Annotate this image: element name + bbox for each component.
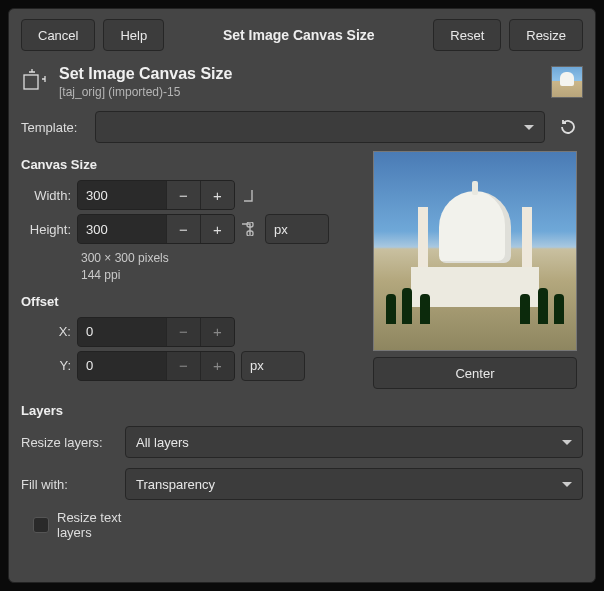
offset-x-label: X: [21, 324, 77, 339]
canvas-dims-text: 300 × 300 pixels [81, 250, 359, 267]
header-title: Set Image Canvas Size [59, 65, 541, 83]
chevron-down-icon [562, 440, 572, 445]
template-row: Template: [21, 111, 583, 143]
reload-icon [559, 118, 577, 136]
offset-x-input[interactable] [78, 318, 166, 346]
help-button[interactable]: Help [103, 19, 164, 51]
template-reset-button[interactable] [553, 112, 583, 142]
resize-text-layers-label: Resize text layers [57, 510, 153, 540]
fill-with-label: Fill with: [21, 477, 117, 492]
header-text: Set Image Canvas Size [taj_orig] (import… [59, 65, 541, 99]
dialog-window: Cancel Help Set Image Canvas Size Reset … [8, 8, 596, 583]
offset-x-increment-button[interactable]: + [200, 318, 234, 346]
height-input[interactable] [78, 215, 166, 243]
offset-section-title: Offset [21, 294, 359, 309]
offset-y-decrement-button[interactable]: − [166, 352, 200, 380]
height-row: Height: − + px [21, 214, 359, 244]
reset-button[interactable]: Reset [433, 19, 501, 51]
offset-y-spinner: − + [77, 351, 235, 381]
offset-y-increment-button[interactable]: + [200, 352, 234, 380]
image-thumbnail-small [551, 66, 583, 98]
canvas-resize-icon [21, 68, 49, 96]
offset-unit-value: px [250, 358, 264, 373]
preview-detail [420, 294, 430, 324]
canvas-preview[interactable] [373, 151, 577, 351]
preview-detail [520, 294, 530, 324]
preview-detail [554, 294, 564, 324]
dialog-title: Set Image Canvas Size [172, 27, 425, 43]
height-label: Height: [21, 222, 77, 237]
width-row: Width: − + [21, 180, 359, 210]
width-increment-button[interactable]: + [200, 181, 234, 209]
template-dropdown[interactable] [95, 111, 545, 143]
resize-text-layers-checkbox[interactable] [33, 517, 49, 533]
width-spinner: − + [77, 180, 235, 210]
chevron-down-icon [562, 482, 572, 487]
resize-layers-value: All layers [136, 435, 189, 450]
offset-x-row: X: − + [21, 317, 359, 347]
resize-layers-row: Resize layers: All layers [21, 426, 583, 458]
offset-y-row: Y: − + px [21, 351, 359, 381]
resize-button[interactable]: Resize [509, 19, 583, 51]
chevron-down-icon [524, 125, 534, 130]
fill-with-dropdown[interactable]: Transparency [125, 468, 583, 500]
preview-detail [402, 288, 412, 324]
offset-y-input[interactable] [78, 352, 166, 380]
canvas-unit-dropdown[interactable]: px [265, 214, 329, 244]
preview-detail [386, 294, 396, 324]
top-button-bar: Cancel Help Set Image Canvas Size Reset … [21, 19, 583, 51]
canvas-size-section-title: Canvas Size [21, 157, 359, 172]
link-bracket-top [241, 188, 259, 202]
preview-detail [439, 191, 511, 263]
resize-layers-dropdown[interactable]: All layers [125, 426, 583, 458]
header-subtitle: [taj_orig] (imported)-15 [59, 85, 541, 99]
height-spinner: − + [77, 214, 235, 244]
offset-x-spinner: − + [77, 317, 235, 347]
cancel-button[interactable]: Cancel [21, 19, 95, 51]
resize-text-layers-row: Resize text layers [33, 510, 583, 540]
canvas-unit-value: px [274, 222, 288, 237]
offset-x-decrement-button[interactable]: − [166, 318, 200, 346]
fill-with-value: Transparency [136, 477, 215, 492]
layers-section-title: Layers [21, 403, 583, 418]
offset-unit-dropdown[interactable]: px [241, 351, 305, 381]
preview-detail [538, 288, 548, 324]
height-increment-button[interactable]: + [200, 215, 234, 243]
canvas-ppi-text: 144 ppi [81, 267, 359, 284]
header: Set Image Canvas Size [taj_orig] (import… [21, 65, 583, 99]
canvas-info: 300 × 300 pixels 144 ppi [81, 250, 359, 284]
width-input[interactable] [78, 181, 166, 209]
link-bracket-bottom [239, 212, 257, 248]
svg-rect-0 [24, 75, 38, 89]
width-decrement-button[interactable]: − [166, 181, 200, 209]
fill-with-row: Fill with: Transparency [21, 468, 583, 500]
template-label: Template: [21, 120, 87, 135]
resize-layers-label: Resize layers: [21, 435, 117, 450]
height-decrement-button[interactable]: − [166, 215, 200, 243]
width-label: Width: [21, 188, 77, 203]
offset-y-label: Y: [21, 358, 77, 373]
center-button[interactable]: Center [373, 357, 577, 389]
